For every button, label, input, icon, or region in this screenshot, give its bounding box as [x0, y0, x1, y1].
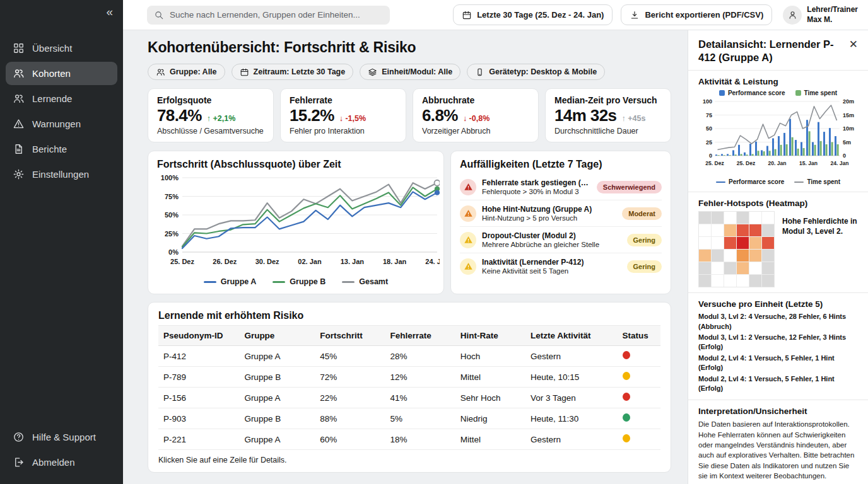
page-title: Kohortenübersicht: Fortschritt & Risiko [148, 39, 671, 56]
heatmap-note: Hohe Fehlerdichte in Modul 3, Level 2. [782, 211, 858, 236]
charts-row: Fortschritt (Abschlussquote) über Zeit 0… [148, 151, 671, 294]
heatmap-cell [712, 250, 724, 262]
warning-icon [13, 118, 25, 130]
table-cell: P-789 [158, 367, 239, 388]
user-text: Lehrer/Trainer Max M. [807, 5, 858, 25]
table-cell: Hoch [455, 346, 525, 367]
heatmap-cell [749, 224, 761, 236]
heatmap-cell [749, 237, 761, 249]
kpi-value: 6.8% [422, 106, 458, 125]
filter-chip-zeitraum[interactable]: Zeitraum: Letzte 30 Tage [232, 64, 354, 80]
sidebar: « ÜbersichtKohortenLernendeWarnungenBeri… [0, 0, 123, 484]
progress-chart-card: Fortschritt (Abschlussquote) über Zeit 0… [148, 151, 444, 294]
sidebar-collapse-button[interactable]: « [106, 5, 113, 19]
filter-chip-gruppe[interactable]: Gruppe: Alle [148, 64, 225, 80]
layers-icon [368, 67, 377, 77]
activity-legend-bottom: Performarce scoreTime spent [698, 178, 858, 185]
phone-icon [475, 67, 484, 77]
svg-text:20. Jan: 20. Jan [768, 160, 787, 166]
alert-title: Fehlerrate stark gestiegen (Gruppe B) [482, 178, 591, 187]
table-row[interactable]: P-412Gruppe A45%28%HochGestern [158, 346, 660, 367]
table-row[interactable]: P-903Gruppe B88%5%NiedrigHeute, 11:30 [158, 408, 660, 429]
sidebar-item-warnungen[interactable]: Warnungen [6, 112, 117, 135]
table-row[interactable]: P-156Gruppe A22%41%Sehr HochVor 3 Tagen [158, 388, 660, 408]
status-dot [623, 351, 630, 359]
svg-text:0: 0 [709, 153, 712, 159]
heatmap-cell [724, 262, 736, 274]
table-cell: 72% [315, 367, 385, 388]
severity-badge: Schwerwiegend [597, 181, 662, 193]
filter-chip-einheit[interactable]: Einheit/Modul: Alle [360, 64, 460, 80]
heatmap-cell [699, 224, 711, 236]
kpi-subtitle: Vorzeitiger Abbruch [422, 127, 529, 135]
alert-row-3[interactable]: Inaktivität (Lernender P-412)Keine Aktiv… [460, 253, 662, 279]
activity-section-title: Aktivität & Leistung [698, 77, 858, 86]
table-cell: 5% [385, 408, 455, 429]
sidebar-item-label: Abmelden [32, 457, 75, 468]
table-cell: Niedrig [455, 408, 525, 429]
user-name: Max M. [807, 15, 858, 25]
alert-row-0[interactable]: Fehlerrate stark gestiegen (Gruppe B)Feh… [460, 174, 662, 200]
alert-row-1[interactable]: Hohe Hint-Nutzung (Gruppe A)Hint-Nutzung… [460, 200, 662, 227]
status-dot [623, 372, 630, 380]
heatmap-section-title: Fehler-Hotspots (Heatmap) [698, 199, 858, 208]
user-menu[interactable]: Lehrer/Trainer Max M. [783, 5, 858, 25]
svg-text:30. Dez: 30. Dez [255, 258, 279, 265]
kpi-subtitle: Abschlüsse / Gesamtversuche [157, 127, 264, 135]
sidebar-item-berichte[interactable]: Berichte [6, 137, 117, 161]
sidebar-item-label: Hilfe & Support [32, 432, 96, 442]
heatmap-cell [737, 237, 749, 249]
detail-panel-title: Detailansicht: Lernender P-412 (Gruppe A… [698, 38, 848, 64]
search-input[interactable] [170, 10, 383, 20]
heatmap-cell [724, 224, 736, 236]
svg-text:50%: 50% [165, 211, 179, 219]
svg-text:20m: 20m [843, 98, 854, 105]
table-cell: 28% [385, 346, 455, 367]
legend-item: Gruppe B [273, 277, 326, 286]
svg-text:26. Dez: 26. Dez [213, 258, 237, 265]
warning-triangle-icon [460, 205, 476, 222]
heatmap-cell [712, 237, 724, 249]
column-header: Hint-Rate [455, 326, 525, 346]
sidebar-item-lernende[interactable]: Lernende [6, 87, 117, 110]
heatmap-cell [762, 275, 774, 287]
person-icon [787, 9, 798, 20]
sidebar-item-einstellungen[interactable]: Einstellungen [6, 163, 117, 186]
table-row[interactable]: P-221Gruppe A60%18%MittelGestern [158, 429, 660, 450]
alert-row-2[interactable]: Dropout-Cluster (Modul 2)Mehrere Abbrüch… [460, 227, 662, 253]
column-header: Fortschritt [315, 326, 385, 346]
column-header: Gruppe [239, 326, 315, 346]
heatmap-cell [699, 275, 711, 287]
svg-text:100%: 100% [161, 174, 179, 182]
heatmap-cell [737, 250, 749, 262]
sidebar-item-hilfe[interactable]: Hilfe & Support [6, 425, 117, 449]
attempts-section: Versuche pro Einheit (Letzte 5) Modul 3,… [688, 292, 868, 400]
svg-text:75: 75 [706, 112, 712, 118]
filter-chip-geraetetyp[interactable]: Gerätetyp: Desktop & Mobile [467, 64, 605, 80]
heatmap-section: Fehler-Hotspots (Heatmap) Hohe Fehlerdic… [688, 192, 868, 292]
heatmap-cell [737, 224, 749, 236]
sidebar-item-label: Berichte [32, 144, 67, 154]
heatmap-cell [712, 275, 724, 287]
user-role: Lehrer/Trainer [807, 5, 858, 15]
svg-text:75%: 75% [165, 193, 179, 200]
column-header: Pseudonym-ID [158, 326, 239, 346]
export-report-button[interactable]: Bericht exportieren (PDF/CSV) [621, 4, 772, 25]
heatmap-cell [762, 262, 774, 274]
avatar [783, 6, 802, 25]
alert-text: Dropout-Cluster (Modul 2)Mehrere Abbrüch… [482, 231, 621, 248]
close-icon[interactable]: ✕ [848, 39, 859, 50]
sidebar-item-kohorten[interactable]: Kohorten [6, 62, 117, 85]
svg-text:25. Dez: 25. Dez [737, 160, 755, 166]
date-range-button[interactable]: Letzte 30 Tage (25. Dez - 24. Jan) [453, 4, 613, 25]
table-cell: Mittel [455, 429, 525, 450]
sidebar-item-abmelden[interactable]: Abmelden [6, 451, 117, 474]
table-cell: Gruppe A [239, 388, 315, 408]
heatmap-cell [724, 237, 736, 249]
search-bar[interactable] [147, 6, 390, 25]
detail-panel: Detailansicht: Lernender P-412 (Gruppe A… [688, 30, 868, 484]
table-row[interactable]: P-789Gruppe B72%12%MittelHeute, 10:15 [158, 367, 660, 388]
alert-title: Inaktivität (Lernender P-412) [482, 258, 621, 267]
document-icon [13, 143, 25, 155]
sidebar-item-uebersicht[interactable]: Übersicht [6, 37, 117, 60]
